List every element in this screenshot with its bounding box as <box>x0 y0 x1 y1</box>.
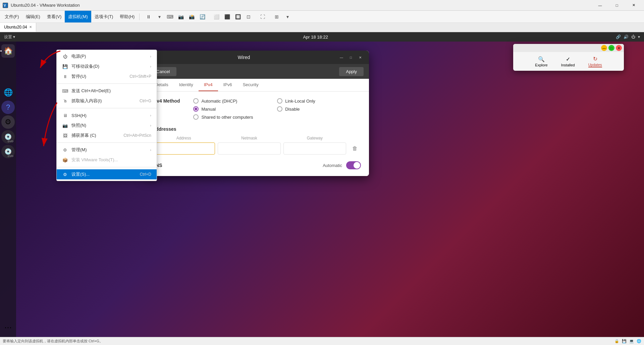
vmware-menubar: 文件(F) 编辑(E) 查看(V) 虚拟机(M) 选项卡(T) 帮助(H) ⏸ … <box>0 11 644 23</box>
radio-manual[interactable]: Manual <box>193 106 277 112</box>
dock-item-help[interactable]: ? <box>1 101 15 114</box>
menu-item-grab-input[interactable]: 🖱 抓取输入内容(I) Ctrl+G <box>57 96 157 106</box>
menu-section-settings: ⚙ 设置(S)... Ctrl+D <box>57 168 157 181</box>
toolbar-extra[interactable]: ⊞ <box>272 12 282 21</box>
toolbar-view2[interactable]: ⬛ <box>222 12 232 21</box>
vm-tab-close[interactable]: ✕ <box>29 25 32 29</box>
menu-vm[interactable]: 虚拟机(M) <box>65 11 91 22</box>
radio-circle-link-local <box>277 98 282 104</box>
titlebar-left: V Ubuntu20.04 - VMware Workstation <box>3 3 80 8</box>
close-button[interactable]: ✕ <box>626 0 641 11</box>
dialog-close-btn[interactable]: ✕ <box>357 54 364 61</box>
vm-tabbar: Ubuntu20.04 ✕ <box>0 23 644 32</box>
topbar-dropdown-icon[interactable]: ▾ <box>638 35 640 39</box>
dock-item-home[interactable]: 🏠 <box>1 44 15 58</box>
separator-2 <box>57 108 157 108</box>
tab-ipv6[interactable]: IPv6 <box>218 79 237 91</box>
menu-item-removable[interactable]: 💾 可移动设备(D) › <box>57 61 157 71</box>
menu-item-settings[interactable]: ⚙ 设置(S)... Ctrl+D <box>57 169 157 179</box>
updater-maximize[interactable]: □ <box>608 45 614 51</box>
toolbar-view4[interactable]: ⊡ <box>244 12 254 21</box>
updater-content: 🔍 Explore ✓ Installed ↻ Updates <box>513 52 624 71</box>
toolbar-snapshot[interactable]: 📷 <box>176 12 186 21</box>
titlebar-controls: — □ ✕ <box>592 0 641 11</box>
menu-item-removable-label: 可移动设备(D) <box>71 63 99 69</box>
updater-close[interactable]: ✕ <box>616 45 622 51</box>
toolbar-snapshot3[interactable]: 🔄 <box>197 12 207 21</box>
radio-link-local[interactable]: Link-Local Only <box>277 98 361 104</box>
menu-section-power: ⏻ 电源(P) › 💾 可移动设备(D) › ⏸ 暂停(U) Ctrl+Shif… <box>57 50 157 83</box>
apply-button[interactable]: Apply <box>339 67 364 76</box>
manage-icon: ⚙ <box>62 147 68 153</box>
dock-item-dvd2[interactable]: 💿 DVD <box>1 145 15 158</box>
dock-item-browser[interactable]: 🌐 <box>1 86 15 99</box>
menu-item-snapshot-label: 快照(N) <box>71 122 86 128</box>
menu-help[interactable]: 帮助(H) <box>116 11 138 22</box>
vm-tab-ubuntu[interactable]: Ubuntu20.04 ✕ <box>0 23 36 32</box>
dialog-minimize-btn[interactable]: — <box>338 54 345 61</box>
menu-file[interactable]: 文件(F) <box>1 11 22 22</box>
radio-shared[interactable]: Shared to other computers <box>193 114 361 120</box>
power-icon: ⏻ <box>631 35 635 39</box>
radio-disable[interactable]: Disable <box>277 106 361 112</box>
dialog-action-bar: Cancel Apply <box>144 64 369 79</box>
ssh-arrow: › <box>150 113 151 117</box>
toolbar-fullscreen[interactable]: ⛶ <box>258 12 268 21</box>
dock-item-settings[interactable]: ⚙ <box>1 115 15 129</box>
address-input[interactable] <box>152 142 215 155</box>
menu-item-pause[interactable]: ⏸ 暂停(U) Ctrl+Shift+P <box>57 71 157 81</box>
dialog-header: Wired — □ ✕ <box>144 51 369 64</box>
delete-row-btn[interactable]: 🗑 <box>349 142 361 155</box>
updater-updates[interactable]: ↻ Updates <box>588 56 602 67</box>
keyboard-icon: ⌨ <box>62 88 68 94</box>
toggle-knob <box>354 162 360 169</box>
tab-identity[interactable]: Identity <box>174 79 199 91</box>
radio-automatic-dhcp[interactable]: Automatic (DHCP) <box>193 98 277 104</box>
toolbar-view1[interactable]: ⬜ <box>211 12 221 21</box>
menu-item-send-cad-label: 发送 Ctrl+Alt+Del(E) <box>71 88 111 94</box>
toolbar-send-ctrl-alt-del[interactable]: ⌨ <box>165 12 175 21</box>
dns-toggle[interactable] <box>346 161 361 169</box>
updater-installed[interactable]: ✓ Installed <box>561 56 575 67</box>
ubuntu-topbar: 设置 ▾ Apr 18 18:22 🔗 🔊 ⏻ ▾ <box>0 32 644 42</box>
tab-ipv4[interactable]: IPv4 <box>199 79 218 91</box>
updater-minimize[interactable]: — <box>601 45 607 51</box>
minimize-button[interactable]: — <box>592 0 608 11</box>
menu-item-send-cad[interactable]: ⌨ 发送 Ctrl+Alt+Del(E) <box>57 86 157 96</box>
settings-icon: ⚙ <box>62 171 68 177</box>
settings-menu[interactable]: 设置 ▾ <box>4 34 15 40</box>
toolbar-snapshot2[interactable]: 📸 <box>186 12 197 21</box>
toolbar-view3[interactable]: 🔲 <box>233 12 243 21</box>
pause-shortcut: Ctrl+Shift+P <box>129 74 151 79</box>
toolbar-separator <box>139 13 140 20</box>
ubuntu-dock: 🏠 🌐 ? ⚙ 💿 DVD 💿 DVD ⋯ <box>0 42 16 337</box>
menu-edit[interactable]: 编辑(E) <box>22 11 44 22</box>
menu-item-power[interactable]: ⏻ 电源(P) › <box>57 51 157 61</box>
maximize-button[interactable]: □ <box>609 0 625 11</box>
menu-item-ssh[interactable]: 🖥 SSH(H) › <box>57 110 157 120</box>
ipv4-radio-group: Automatic (DHCP) Link-Local Only Manual <box>193 98 361 120</box>
dock-item-dvd1[interactable]: 💿 DVD <box>1 130 15 143</box>
tab-security[interactable]: Security <box>237 79 264 91</box>
menu-item-manage[interactable]: ⚙ 管理(M) › <box>57 145 157 155</box>
radio-label-dhcp: Automatic (DHCP) <box>201 99 237 104</box>
dock-item-apps[interactable]: ⋯ <box>1 321 15 334</box>
separator-4 <box>57 167 157 167</box>
toolbar-pause[interactable]: ⏸ <box>144 12 154 21</box>
toolbar-extra2[interactable]: ▾ <box>282 12 292 21</box>
address-row-1: 🗑 <box>152 142 361 155</box>
toolbar-dropdown[interactable]: ▾ <box>154 12 164 21</box>
netmask-input[interactable] <box>218 142 280 155</box>
vmware-statusbar: 要将输入定向到该虚拟机，请在虚拟机内部单击或按 Ctrl+G。 🔒 💾 💻 🌐 <box>0 337 644 345</box>
menu-view[interactable]: 查看(V) <box>44 11 65 22</box>
radio-circle-manual <box>193 106 199 112</box>
gateway-input[interactable] <box>283 142 346 155</box>
menu-tab[interactable]: 选项卡(T) <box>91 11 117 22</box>
updater-explore[interactable]: 🔍 Explore <box>535 56 547 67</box>
dialog-maximize-btn[interactable]: □ <box>347 54 354 61</box>
power-icon: ⏻ <box>62 53 68 59</box>
menu-item-snapshot[interactable]: 📷 快照(N) › <box>57 120 157 130</box>
menu-item-screenshot[interactable]: 🖼 捕获屏幕 (C) Ctrl+Alt+PrtScn <box>57 130 157 140</box>
updater-titlebar: — □ ✕ <box>513 44 624 52</box>
vm-area[interactable]: 设置 ▾ Apr 18 18:22 🔗 🔊 ⏻ ▾ 🏠 🌐 ? ⚙ 💿 DVD <box>0 32 644 337</box>
